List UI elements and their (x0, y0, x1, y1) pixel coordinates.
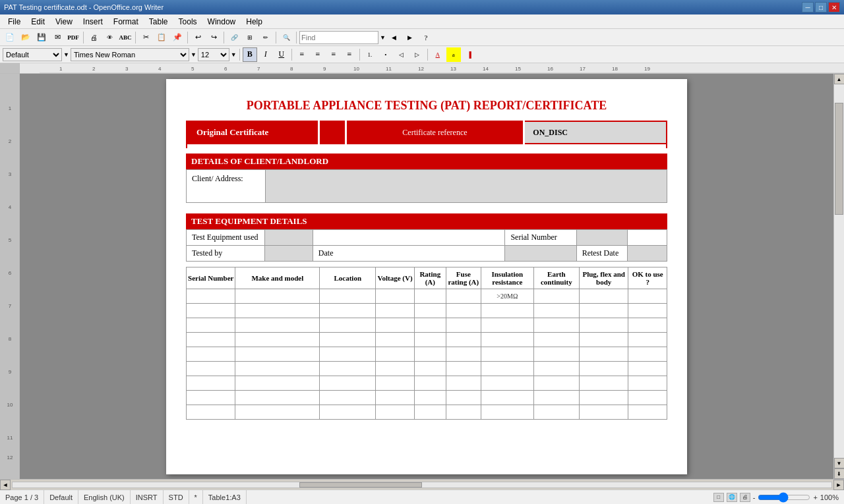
menu-edit[interactable]: Edit (26, 16, 50, 28)
minimize-button[interactable]: ─ (802, 2, 814, 13)
show-draw-button[interactable]: ✏ (258, 30, 273, 45)
char-bg-button[interactable]: ▐ (462, 47, 477, 62)
copy-button[interactable]: 📋 (154, 30, 169, 45)
menu-format[interactable]: Format (108, 16, 144, 28)
open-button[interactable]: 📂 (18, 30, 33, 45)
close-button[interactable]: ✕ (828, 2, 840, 13)
window-controls: ─ □ ✕ (802, 2, 840, 13)
print-button[interactable]: 🖨 (86, 30, 101, 45)
zoom-in-icon[interactable]: + (813, 493, 817, 501)
h-scroll-track[interactable] (12, 482, 832, 488)
save-button[interactable]: 💾 (34, 30, 49, 45)
preview-button[interactable]: 👁 (102, 30, 117, 45)
scroll-up-button[interactable]: ▲ (834, 74, 845, 84)
underline-button[interactable]: U (274, 47, 289, 62)
formatting-toolbar: Default ▼ Times New Roman ▼ 12 ▼ B I U ≡… (0, 46, 844, 63)
align-right-button[interactable]: ≡ (326, 47, 341, 62)
table-row (187, 405, 667, 420)
indent-more-button[interactable]: ▷ (410, 47, 425, 62)
scroll-to-end-button[interactable]: ⬇ (834, 468, 845, 479)
numbering-button[interactable]: 1. (363, 47, 377, 62)
find-toolbar-button[interactable]: 🔍 (279, 30, 293, 45)
svg-text:1: 1 (9, 105, 12, 111)
hyperlink-button[interactable]: 🔗 (227, 30, 241, 45)
view-print-button[interactable]: 🖨 (740, 493, 750, 502)
retest-label: Retest Date (582, 248, 619, 258)
fmt-separator-1 (239, 49, 240, 61)
paste-button[interactable]: 📌 (170, 30, 185, 45)
spellcheck-button[interactable]: ABC (118, 30, 133, 45)
cut-button[interactable]: ✂ (138, 30, 153, 45)
svg-text:4: 4 (158, 66, 162, 72)
bullets-button[interactable]: • (378, 47, 393, 62)
paragraph-style-select[interactable]: Default (3, 48, 62, 61)
menu-view[interactable]: View (50, 16, 78, 28)
align-center-button[interactable]: ≡ (311, 47, 325, 62)
find-prev-button[interactable]: ◀ (387, 30, 402, 45)
font-size-select[interactable]: 12 (198, 48, 229, 61)
menu-file[interactable]: File (3, 16, 26, 28)
bold-button[interactable]: B (243, 47, 257, 62)
menu-help[interactable]: Help (241, 16, 268, 28)
menu-window[interactable]: Window (202, 16, 241, 28)
svg-text:3: 3 (9, 171, 12, 177)
email-button[interactable]: ✉ (50, 30, 65, 45)
find-dropdown[interactable]: ▼ (380, 34, 386, 41)
menu-insert[interactable]: Insert (78, 16, 108, 28)
window-title: PAT Testing certificate.odt - OpenOffice… (4, 3, 802, 11)
scroll-down-button[interactable]: ▼ (834, 458, 845, 468)
col-plug: Plug, flex and body (579, 267, 628, 289)
horizontal-ruler: 1 2 3 4 5 6 7 8 9 10 11 12 13 14 15 16 1… (0, 63, 844, 74)
cert-ref-label: Certificate reference (402, 128, 467, 137)
undo-button[interactable]: ↩ (191, 30, 205, 45)
align-left-button[interactable]: ≡ (295, 47, 309, 62)
maximize-button[interactable]: □ (815, 2, 827, 13)
font-name-select[interactable]: Times New Roman (71, 48, 189, 61)
menu-table[interactable]: Table (144, 16, 173, 28)
tested-label: Tested by (192, 248, 222, 258)
horizontal-scrollbar[interactable]: ◄ ► (0, 479, 844, 490)
vertical-scrollbar[interactable]: ▲ ▼ ⬇ (833, 74, 844, 479)
find-next-button[interactable]: ▶ (403, 30, 417, 45)
svg-text:5: 5 (9, 237, 12, 243)
svg-text:4: 4 (9, 204, 12, 210)
view-web-button[interactable]: 🌐 (727, 493, 737, 502)
find-input[interactable] (299, 31, 378, 44)
size-dropdown-arrow[interactable]: ▼ (231, 51, 237, 58)
font-color-button[interactable]: A (431, 47, 445, 62)
new-button[interactable]: 📄 (3, 30, 17, 45)
menu-tools[interactable]: Tools (173, 16, 202, 28)
style-dropdown-arrow[interactable]: ▼ (63, 51, 69, 58)
insulation-note: >20MΩ (481, 289, 533, 304)
toolbar-separator-3 (187, 32, 188, 43)
align-justify-button[interactable]: ≡ (342, 47, 357, 62)
italic-button[interactable]: I (258, 47, 273, 62)
modified-indicator: * (189, 490, 203, 504)
h-scroll-thumb[interactable] (299, 482, 422, 488)
page-count: Page 1 / 3 (0, 490, 44, 504)
insert-mode[interactable]: INSRT (131, 490, 164, 504)
zoom-slider[interactable] (758, 492, 810, 503)
zoom-out-icon[interactable]: - (753, 493, 756, 501)
view-normal-button[interactable]: □ (713, 493, 724, 502)
redo-button[interactable]: ↪ (206, 30, 221, 45)
table-button[interactable]: ⊞ (243, 30, 257, 45)
language-status: English (UK) (78, 490, 131, 504)
pdf-button[interactable]: PDF (66, 30, 80, 45)
toolbar-separator-4 (224, 32, 224, 43)
svg-text:8: 8 (9, 336, 12, 342)
help-button[interactable]: ? (419, 30, 433, 45)
font-dropdown-arrow[interactable]: ▼ (191, 51, 196, 58)
highlight-button[interactable]: a (446, 47, 461, 62)
table-row (187, 347, 667, 362)
fmt-separator-4 (427, 49, 428, 61)
scroll-left-button[interactable]: ◄ (0, 480, 11, 490)
table-row (187, 333, 667, 347)
scroll-right-button[interactable]: ► (833, 480, 844, 490)
client-details-table: Client/ Address: (186, 169, 667, 203)
svg-text:7: 7 (9, 303, 12, 309)
document-scroll-area[interactable]: PORTABLE APPLIANCE TESTING (PAT) REPORT/… (20, 74, 833, 479)
original-certificate-label: Original Certificate (196, 127, 268, 137)
equip-label: Test Equipment used (192, 233, 258, 242)
indent-less-button[interactable]: ◁ (394, 47, 409, 62)
